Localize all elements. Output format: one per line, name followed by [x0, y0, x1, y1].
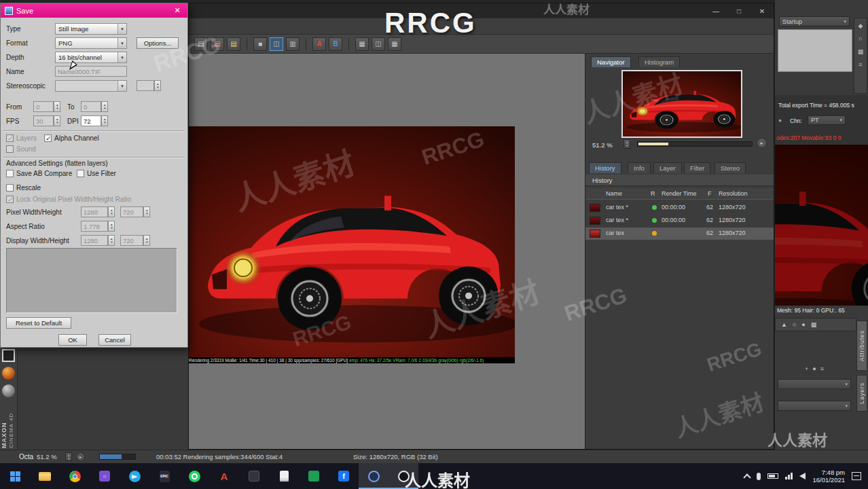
cancel-button[interactable]: Cancel [98, 334, 131, 346]
taskbar-notepad[interactable] [269, 463, 299, 489]
dpi-field[interactable]: 72 [81, 115, 101, 126]
tab-attributes[interactable]: Attributes [856, 321, 867, 371]
tray-volume-icon[interactable] [799, 473, 806, 479]
tray-chevron-up-icon[interactable] [744, 473, 751, 481]
pv-maximize-button[interactable]: □ [727, 4, 751, 18]
save-ab-image-icon[interactable]: ▤ [227, 37, 240, 51]
filter-icon[interactable]: ▦ [858, 48, 864, 55]
tab-navigator[interactable]: Navigator [591, 56, 631, 67]
pixel-width-stepper[interactable]: ▴▾ [108, 206, 115, 217]
compare-split-icon[interactable]: ◫ [270, 37, 283, 51]
lock-ratio-checkbox[interactable]: ✓Lock Original Pixel Width/Height Ratio [6, 196, 131, 203]
zoom-slider-handle[interactable] [638, 143, 668, 145]
taskbar-whatsapp[interactable] [179, 463, 209, 489]
navigator-thumbnail[interactable] [621, 70, 742, 138]
stereoscopic-field[interactable] [137, 80, 154, 91]
zoom-play-button[interactable]: ▸ [757, 138, 767, 148]
aspect-ratio-field[interactable]: 1.778 [81, 221, 108, 232]
status-zoom-stepper[interactable]: ▴▾ [65, 452, 72, 461]
channel-b-icon[interactable]: B [329, 37, 342, 51]
status-play-button[interactable]: ▸ [76, 452, 85, 461]
layout-dropdown[interactable]: Startup ▾ [779, 16, 850, 26]
taskbar-clock[interactable]: 7:48 pm 16/01/2021 [812, 469, 845, 484]
tray-network-icon[interactable] [785, 473, 793, 479]
depth-dropdown[interactable]: 16 bits/channel▾ [55, 52, 127, 63]
tab-layer[interactable]: Layer [653, 162, 682, 173]
name-field[interactable]: Name0000.TIF [55, 66, 127, 77]
tab-layers[interactable]: Layers [856, 375, 867, 412]
taskbar-chrome[interactable] [60, 463, 90, 489]
open-image-icon[interactable]: ▤ [194, 37, 208, 51]
type-dropdown[interactable]: Still Image▾ [55, 23, 127, 35]
tab-histogram[interactable]: Histogram [638, 56, 680, 67]
pixel-height-field[interactable]: 720 [120, 206, 143, 217]
taskbar-file-explorer[interactable] [30, 463, 60, 489]
use-filter-checkbox[interactable]: Use Filter [77, 170, 116, 177]
to-field[interactable]: 0 [81, 101, 101, 112]
taskbar-telegram[interactable] [120, 463, 149, 489]
magnify-icon[interactable]: ○ [858, 35, 862, 42]
pixel-height-stepper[interactable]: ▴▾ [143, 206, 150, 217]
col-f[interactable]: F [708, 190, 712, 197]
col-resolution[interactable]: Resolution [719, 190, 748, 197]
menu-icon[interactable]: ≡ [820, 365, 824, 372]
pv-minimize-button[interactable]: — [704, 4, 727, 18]
live-viewer-crop[interactable] [775, 145, 868, 306]
save-image-icon[interactable]: ▤ [211, 37, 224, 51]
fps-field[interactable]: 30 [33, 115, 54, 126]
attr-dropdown-1[interactable]: ▾ [778, 379, 851, 389]
action-center-icon[interactable] [852, 472, 861, 480]
display-width-stepper[interactable]: ▴▾ [108, 235, 115, 246]
dpi-stepper[interactable]: ▴▾ [101, 115, 108, 126]
layout-quad-icon[interactable]: ▦ [388, 37, 401, 51]
pixel-width-field[interactable]: 1280 [81, 206, 108, 217]
stereoscopic-dropdown[interactable]: ▾ [55, 80, 127, 92]
layout-split-icon[interactable]: ◫ [372, 37, 385, 51]
attr-dropdown-2[interactable]: ▾ [778, 401, 851, 411]
ok-button[interactable]: OK [58, 334, 87, 346]
display-height-field[interactable]: 720 [120, 235, 143, 246]
grid-icon[interactable]: ▦ [811, 321, 817, 328]
channel-a-icon[interactable]: A [312, 37, 326, 51]
display-height-stepper[interactable]: ▴▾ [143, 235, 150, 246]
to-stepper[interactable]: ▴▾ [101, 101, 108, 112]
octane-ball-icon[interactable] [2, 367, 15, 380]
cursor-tool-icon[interactable]: ◆ [858, 22, 863, 29]
layout-single-icon[interactable]: ▦ [355, 37, 369, 51]
sound-checkbox[interactable]: Sound [6, 145, 36, 153]
history-row[interactable]: car tex * 00:00:00 62 1280x720 [585, 215, 774, 227]
start-button[interactable] [0, 463, 30, 489]
zoom-stepper[interactable]: ▴▾ [623, 139, 630, 149]
layers-checkbox[interactable]: ✓Layers [6, 134, 37, 142]
tab-stereo[interactable]: Stereo [715, 162, 746, 173]
objects-panel[interactable] [778, 29, 852, 72]
compare-swap-icon[interactable]: ▥ [286, 37, 300, 51]
rescale-checkbox[interactable]: Rescale [6, 184, 41, 192]
fps-stepper[interactable]: ▴▾ [54, 115, 60, 126]
col-name[interactable]: Name [606, 190, 622, 197]
tray-battery-icon[interactable] [767, 473, 778, 479]
col-render-time[interactable]: Render Time [662, 190, 697, 197]
stereoscopic-stepper[interactable]: ▴▾ [154, 80, 161, 91]
picture-viewer-titlebar[interactable]: — □ ✕ [189, 3, 774, 18]
tab-history[interactable]: History [589, 162, 621, 173]
taskbar-app-green[interactable] [299, 463, 329, 489]
options-button[interactable]: Options... [137, 37, 179, 49]
save-dialog-titlebar[interactable]: Save ✕ [1, 3, 187, 18]
from-stepper[interactable]: ▴▾ [54, 101, 60, 112]
save-ab-compare-checkbox[interactable]: Save AB Compare [6, 170, 72, 177]
menu-icon[interactable]: ≡ [858, 61, 862, 68]
taskbar-facebook[interactable]: f [329, 463, 359, 489]
taskbar-app-dark[interactable] [239, 463, 269, 489]
display-width-field[interactable]: 1280 [81, 235, 108, 246]
taskbar-autocad[interactable]: A [209, 463, 239, 489]
format-dropdown[interactable]: PNG▾ [55, 37, 127, 49]
lock-icon[interactable]: ● [812, 365, 816, 372]
pv-close-button[interactable]: ✕ [751, 4, 774, 18]
tray-mic-icon[interactable] [757, 473, 761, 480]
chn-dropdown[interactable]: PT ▾ [808, 115, 846, 125]
dialog-close-button[interactable]: ✕ [171, 5, 183, 17]
compare-single-icon[interactable]: ■ [253, 37, 267, 51]
tab-filter[interactable]: Filter [684, 162, 710, 173]
search-icon[interactable]: ○ [793, 321, 796, 328]
